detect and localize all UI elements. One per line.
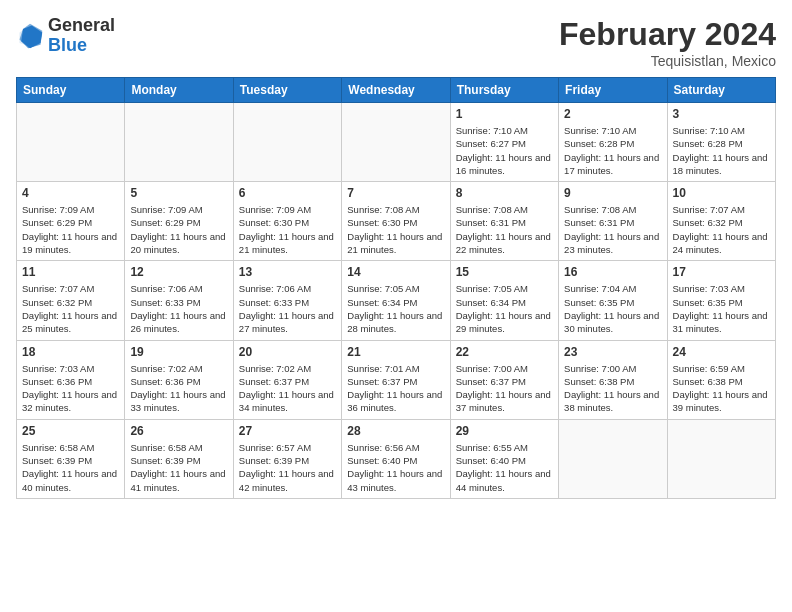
calendar-cell-4-7: 24Sunrise: 6:59 AMSunset: 6:38 PMDayligh… (667, 340, 775, 419)
logo-icon (16, 22, 44, 50)
calendar-cell-1-5: 1Sunrise: 7:10 AMSunset: 6:27 PMDaylight… (450, 103, 558, 182)
day-number: 29 (456, 424, 553, 438)
calendar-cell-3-5: 15Sunrise: 7:05 AMSunset: 6:34 PMDayligh… (450, 261, 558, 340)
day-info: Sunrise: 6:58 AMSunset: 6:39 PMDaylight:… (22, 441, 119, 494)
day-info: Sunrise: 6:57 AMSunset: 6:39 PMDaylight:… (239, 441, 336, 494)
logo: General Blue (16, 16, 115, 56)
day-number: 5 (130, 186, 227, 200)
calendar-cell-4-3: 20Sunrise: 7:02 AMSunset: 6:37 PMDayligh… (233, 340, 341, 419)
calendar-week-row-5: 25Sunrise: 6:58 AMSunset: 6:39 PMDayligh… (17, 419, 776, 498)
day-info: Sunrise: 7:00 AMSunset: 6:38 PMDaylight:… (564, 362, 661, 415)
calendar-cell-2-4: 7Sunrise: 7:08 AMSunset: 6:30 PMDaylight… (342, 182, 450, 261)
day-info: Sunrise: 7:10 AMSunset: 6:28 PMDaylight:… (673, 124, 770, 177)
day-info: Sunrise: 7:00 AMSunset: 6:37 PMDaylight:… (456, 362, 553, 415)
calendar-table: SundayMondayTuesdayWednesdayThursdayFrid… (16, 77, 776, 499)
day-number: 27 (239, 424, 336, 438)
day-info: Sunrise: 7:09 AMSunset: 6:30 PMDaylight:… (239, 203, 336, 256)
day-number: 20 (239, 345, 336, 359)
calendar-cell-2-5: 8Sunrise: 7:08 AMSunset: 6:31 PMDaylight… (450, 182, 558, 261)
day-number: 28 (347, 424, 444, 438)
day-number: 4 (22, 186, 119, 200)
day-number: 3 (673, 107, 770, 121)
day-number: 23 (564, 345, 661, 359)
day-number: 14 (347, 265, 444, 279)
day-info: Sunrise: 6:59 AMSunset: 6:38 PMDaylight:… (673, 362, 770, 415)
calendar-cell-4-4: 21Sunrise: 7:01 AMSunset: 6:37 PMDayligh… (342, 340, 450, 419)
calendar-cell-3-1: 11Sunrise: 7:07 AMSunset: 6:32 PMDayligh… (17, 261, 125, 340)
day-number: 18 (22, 345, 119, 359)
calendar-header: SundayMondayTuesdayWednesdayThursdayFrid… (17, 78, 776, 103)
calendar-cell-4-1: 18Sunrise: 7:03 AMSunset: 6:36 PMDayligh… (17, 340, 125, 419)
day-info: Sunrise: 7:08 AMSunset: 6:30 PMDaylight:… (347, 203, 444, 256)
day-info: Sunrise: 7:10 AMSunset: 6:27 PMDaylight:… (456, 124, 553, 177)
day-info: Sunrise: 7:02 AMSunset: 6:36 PMDaylight:… (130, 362, 227, 415)
calendar-cell-1-7: 3Sunrise: 7:10 AMSunset: 6:28 PMDaylight… (667, 103, 775, 182)
day-number: 10 (673, 186, 770, 200)
calendar-cell-2-3: 6Sunrise: 7:09 AMSunset: 6:30 PMDaylight… (233, 182, 341, 261)
day-info: Sunrise: 7:07 AMSunset: 6:32 PMDaylight:… (673, 203, 770, 256)
calendar-cell-1-6: 2Sunrise: 7:10 AMSunset: 6:28 PMDaylight… (559, 103, 667, 182)
day-info: Sunrise: 7:08 AMSunset: 6:31 PMDaylight:… (456, 203, 553, 256)
title-block: February 2024 Tequisistlan, Mexico (559, 16, 776, 69)
calendar-cell-5-4: 28Sunrise: 6:56 AMSunset: 6:40 PMDayligh… (342, 419, 450, 498)
day-info: Sunrise: 6:56 AMSunset: 6:40 PMDaylight:… (347, 441, 444, 494)
location: Tequisistlan, Mexico (559, 53, 776, 69)
day-info: Sunrise: 7:03 AMSunset: 6:36 PMDaylight:… (22, 362, 119, 415)
calendar-week-row-4: 18Sunrise: 7:03 AMSunset: 6:36 PMDayligh… (17, 340, 776, 419)
calendar-week-row-3: 11Sunrise: 7:07 AMSunset: 6:32 PMDayligh… (17, 261, 776, 340)
calendar-week-row-1: 1Sunrise: 7:10 AMSunset: 6:27 PMDaylight… (17, 103, 776, 182)
calendar-week-row-2: 4Sunrise: 7:09 AMSunset: 6:29 PMDaylight… (17, 182, 776, 261)
day-number: 1 (456, 107, 553, 121)
calendar-cell-5-7 (667, 419, 775, 498)
day-number: 13 (239, 265, 336, 279)
day-number: 26 (130, 424, 227, 438)
day-info: Sunrise: 7:02 AMSunset: 6:37 PMDaylight:… (239, 362, 336, 415)
calendar-cell-1-4 (342, 103, 450, 182)
calendar-cell-2-1: 4Sunrise: 7:09 AMSunset: 6:29 PMDaylight… (17, 182, 125, 261)
calendar-cell-3-3: 13Sunrise: 7:06 AMSunset: 6:33 PMDayligh… (233, 261, 341, 340)
weekday-header-row: SundayMondayTuesdayWednesdayThursdayFrid… (17, 78, 776, 103)
day-number: 6 (239, 186, 336, 200)
calendar-cell-3-4: 14Sunrise: 7:05 AMSunset: 6:34 PMDayligh… (342, 261, 450, 340)
weekday-header-monday: Monday (125, 78, 233, 103)
calendar-cell-3-6: 16Sunrise: 7:04 AMSunset: 6:35 PMDayligh… (559, 261, 667, 340)
day-number: 22 (456, 345, 553, 359)
day-info: Sunrise: 7:09 AMSunset: 6:29 PMDaylight:… (22, 203, 119, 256)
day-info: Sunrise: 7:10 AMSunset: 6:28 PMDaylight:… (564, 124, 661, 177)
day-info: Sunrise: 6:58 AMSunset: 6:39 PMDaylight:… (130, 441, 227, 494)
page-header: General Blue February 2024 Tequisistlan,… (16, 16, 776, 69)
calendar-cell-2-2: 5Sunrise: 7:09 AMSunset: 6:29 PMDaylight… (125, 182, 233, 261)
calendar-cell-1-1 (17, 103, 125, 182)
day-info: Sunrise: 7:09 AMSunset: 6:29 PMDaylight:… (130, 203, 227, 256)
day-number: 7 (347, 186, 444, 200)
day-number: 17 (673, 265, 770, 279)
day-info: Sunrise: 7:05 AMSunset: 6:34 PMDaylight:… (347, 282, 444, 335)
calendar-cell-5-2: 26Sunrise: 6:58 AMSunset: 6:39 PMDayligh… (125, 419, 233, 498)
day-number: 9 (564, 186, 661, 200)
day-number: 2 (564, 107, 661, 121)
calendar-cell-4-5: 22Sunrise: 7:00 AMSunset: 6:37 PMDayligh… (450, 340, 558, 419)
weekday-header-wednesday: Wednesday (342, 78, 450, 103)
calendar-cell-2-7: 10Sunrise: 7:07 AMSunset: 6:32 PMDayligh… (667, 182, 775, 261)
calendar-cell-2-6: 9Sunrise: 7:08 AMSunset: 6:31 PMDaylight… (559, 182, 667, 261)
day-number: 15 (456, 265, 553, 279)
calendar-cell-4-6: 23Sunrise: 7:00 AMSunset: 6:38 PMDayligh… (559, 340, 667, 419)
calendar-cell-1-2 (125, 103, 233, 182)
day-info: Sunrise: 7:08 AMSunset: 6:31 PMDaylight:… (564, 203, 661, 256)
weekday-header-friday: Friday (559, 78, 667, 103)
day-number: 19 (130, 345, 227, 359)
day-number: 12 (130, 265, 227, 279)
day-info: Sunrise: 7:06 AMSunset: 6:33 PMDaylight:… (239, 282, 336, 335)
calendar-cell-1-3 (233, 103, 341, 182)
calendar-cell-3-7: 17Sunrise: 7:03 AMSunset: 6:35 PMDayligh… (667, 261, 775, 340)
day-number: 8 (456, 186, 553, 200)
calendar-cell-5-5: 29Sunrise: 6:55 AMSunset: 6:40 PMDayligh… (450, 419, 558, 498)
day-number: 25 (22, 424, 119, 438)
logo-general-text: General (48, 15, 115, 35)
calendar-cell-4-2: 19Sunrise: 7:02 AMSunset: 6:36 PMDayligh… (125, 340, 233, 419)
weekday-header-saturday: Saturday (667, 78, 775, 103)
day-info: Sunrise: 7:07 AMSunset: 6:32 PMDaylight:… (22, 282, 119, 335)
day-info: Sunrise: 7:01 AMSunset: 6:37 PMDaylight:… (347, 362, 444, 415)
calendar-cell-5-1: 25Sunrise: 6:58 AMSunset: 6:39 PMDayligh… (17, 419, 125, 498)
day-number: 11 (22, 265, 119, 279)
